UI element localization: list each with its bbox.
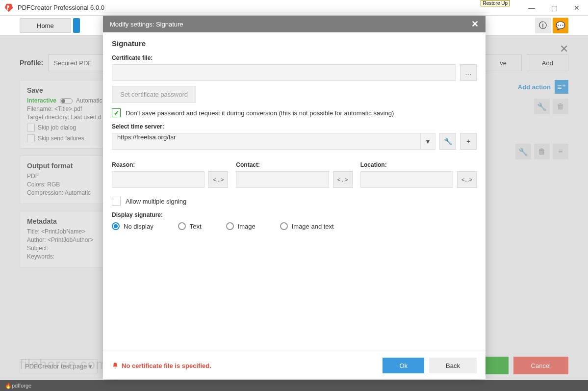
location-token-button[interactable]: <...> <box>457 171 477 188</box>
maximize-button[interactable]: ▢ <box>543 0 565 16</box>
edit-action-button[interactable]: 🔧 <box>515 144 531 159</box>
add-server-button[interactable]: + <box>460 133 477 150</box>
info-icon: ⓘ <box>539 21 547 31</box>
cert-file-label: Certificate file: <box>112 54 477 61</box>
error-message: No certificate file is specified. <box>112 362 211 369</box>
browse-button[interactable]: … <box>460 64 477 81</box>
ok-button[interactable]: Ok <box>383 358 424 373</box>
contact-label: Contact: <box>236 161 352 168</box>
trash-icon: 🗑 <box>557 102 564 111</box>
reason-label: Reason: <box>112 161 228 168</box>
skip-send-checkbox[interactable] <box>27 134 35 142</box>
trash-icon: 🗑 <box>538 147 546 156</box>
delete-action-button[interactable]: 🗑 <box>553 99 568 114</box>
bell-icon <box>112 362 119 369</box>
wrench-icon: 🔧 <box>537 102 547 111</box>
remove-profile-button[interactable]: ve <box>485 54 522 71</box>
add-action-button[interactable]: ≡⁺ <box>555 80 568 94</box>
allow-multi-checkbox[interactable]: ✓ <box>112 197 121 206</box>
wrench-icon: 🔧 <box>518 147 528 156</box>
status-bar: 🔥 pdfforge <box>0 380 588 391</box>
radio-imgtext[interactable] <box>280 222 288 230</box>
delete-action-button[interactable]: 🗑 <box>534 144 550 159</box>
profile-label: Profile: <box>20 59 43 67</box>
display-sig-label: Display signature: <box>112 211 477 218</box>
titlebar: PDFCreator Professional 6.0.0 Restore Up… <box>0 0 588 16</box>
restore-tag: Restore Up <box>481 0 510 6</box>
info-button[interactable]: ⓘ <box>535 18 551 33</box>
feedback-button[interactable]: 💬 <box>553 18 568 33</box>
pdfforge-logo: 🔥 <box>5 383 12 389</box>
reason-token-button[interactable]: <...> <box>208 171 228 188</box>
section-title: Signature <box>112 39 477 48</box>
app-logo-icon <box>4 3 14 13</box>
close-panel-button[interactable]: ✕ <box>560 43 568 55</box>
window-title: PDFCreator Professional 6.0.0 <box>18 4 520 11</box>
configure-server-button[interactable]: 🔧 <box>439 133 456 150</box>
wrench-icon: 🔧 <box>444 137 452 145</box>
radio-nodisplay[interactable] <box>112 222 120 230</box>
location-label: Location: <box>360 161 477 168</box>
drag-action-button[interactable]: ≡ <box>553 144 568 159</box>
add-action-link[interactable]: Add action <box>518 83 551 91</box>
dont-save-checkbox[interactable]: ✓ <box>112 108 121 117</box>
allow-multi-label: Allow multiple signing <box>126 198 186 205</box>
speech-icon: 💬 <box>556 21 565 30</box>
contact-input[interactable] <box>236 171 329 188</box>
menu-icon: ≡⁺ <box>557 82 565 92</box>
location-input[interactable] <box>360 171 453 188</box>
add-profile-button[interactable]: Add <box>527 54 568 71</box>
reason-input[interactable] <box>112 171 205 188</box>
time-server-select[interactable]: https://freetsa.org/tsr <box>112 133 421 150</box>
modal-footer: No certificate file is specified. Ok Bac… <box>103 352 486 379</box>
cert-file-input[interactable] <box>112 64 456 81</box>
home-tab[interactable]: Home <box>20 18 71 33</box>
drag-icon: ≡ <box>558 147 562 156</box>
skip-job-checkbox[interactable] <box>27 124 35 131</box>
radio-text[interactable] <box>178 222 186 230</box>
active-tab[interactable] <box>73 18 80 33</box>
dont-save-label: Don't save password and request it durin… <box>126 109 394 117</box>
modal-header: Modify settings: Signature ✕ <box>103 16 486 32</box>
set-password-button[interactable]: Set certificate password <box>112 86 196 103</box>
modal-title: Modify settings: Signature <box>110 21 183 28</box>
dropdown-caret[interactable]: ▼ <box>421 133 435 150</box>
interactive-toggle[interactable] <box>60 98 73 104</box>
minimize-button[interactable]: — <box>520 0 543 16</box>
time-server-label: Select time server: <box>112 123 477 130</box>
back-button[interactable]: Back <box>429 358 477 373</box>
signature-modal: Modify settings: Signature ✕ Signature C… <box>103 16 486 379</box>
modal-close-button[interactable]: ✕ <box>471 19 479 29</box>
edit-action-button[interactable]: 🔧 <box>534 99 550 114</box>
contact-token-button[interactable]: <...> <box>333 171 353 188</box>
plus-icon: + <box>466 137 470 145</box>
cancel-button[interactable]: Cancel <box>513 357 568 374</box>
test-page-row: PDFCreator test page ▾ <box>20 359 98 373</box>
test-page-select[interactable]: PDFCreator test page ▾ <box>20 359 98 373</box>
radio-image[interactable] <box>226 222 234 230</box>
close-window-button[interactable]: ✕ <box>565 0 588 16</box>
